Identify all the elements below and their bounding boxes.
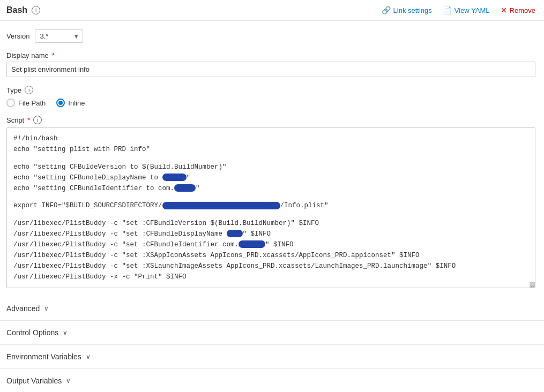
env-variables-chevron-icon: ∨ — [86, 353, 91, 360]
remove-icon: ✕ — [501, 6, 507, 14]
script-label: Script * i — [6, 116, 535, 124]
chevron-down-icon: ▾ — [74, 32, 78, 40]
script-section: Script * i #!/bin/bash echo "setting pli… — [6, 116, 535, 288]
top-bar-left: Bash i — [6, 5, 40, 15]
version-label: Version — [6, 32, 29, 40]
env-variables-header[interactable]: Environment Variables ∨ — [0, 345, 544, 368]
redacted-2 — [174, 184, 196, 192]
env-variables-section: Environment Variables ∨ — [0, 345, 544, 369]
output-variables-label: Output Variables — [6, 376, 62, 385]
output-variables-header[interactable]: Output Variables ∨ — [0, 369, 544, 393]
type-info-icon[interactable]: i — [25, 86, 33, 94]
code-blank-2 — [13, 194, 528, 201]
top-bar-actions: 🔗 Link settings 📄 View YAML ✕ Remove — [382, 6, 535, 14]
control-options-section: Control Options ∨ — [0, 321, 544, 345]
link-icon: 🔗 — [382, 6, 391, 14]
output-variables-section: Output Variables ∨ — [0, 369, 544, 393]
page-title: Bash — [6, 5, 27, 15]
radio-label-inline: Inline — [68, 99, 85, 107]
code-line-12: /usr/libexec/PlistBuddy -x -c "Print" $I… — [13, 272, 528, 282]
version-row: Version 3.* ▾ — [6, 29, 535, 43]
redacted-1 — [162, 174, 187, 181]
display-name-input[interactable] — [6, 62, 535, 77]
code-line-6: export INFO="$BUILD_SOURCESDIRECTORY//In… — [13, 200, 528, 211]
main-content: Version 3.* ▾ Display name * Type i File… — [0, 21, 544, 288]
code-line-8: /usr/libexec/PlistBuddy -c "set :CFBundl… — [13, 229, 528, 239]
version-value: 3.* — [40, 32, 48, 40]
top-bar: Bash i 🔗 Link settings 📄 View YAML ✕ Rem… — [0, 0, 544, 21]
version-dropdown[interactable]: 3.* ▾ — [35, 29, 83, 43]
radio-inline[interactable]: Inline — [56, 99, 85, 107]
remove-button[interactable]: ✕ Remove — [501, 6, 535, 14]
title-info-icon[interactable]: i — [32, 6, 40, 14]
type-radio-group: File Path Inline — [6, 99, 535, 107]
script-info-icon[interactable]: i — [33, 116, 42, 124]
view-yaml-button[interactable]: 📄 View YAML — [443, 6, 490, 14]
control-options-chevron-icon: ∨ — [63, 329, 68, 336]
yaml-icon: 📄 — [443, 6, 452, 14]
code-line-11: /usr/libexec/PlistBuddy -c "set :XSLaunc… — [13, 261, 528, 272]
advanced-label: Advanced — [6, 304, 40, 313]
code-line-9: /usr/libexec/PlistBuddy -c "set :CFBundl… — [13, 239, 528, 250]
control-options-label: Control Options — [6, 328, 58, 337]
required-indicator: * — [52, 51, 55, 59]
code-line-10: /usr/libexec/PlistBuddy -c "set :XSAppIc… — [13, 250, 528, 261]
resize-handle[interactable] — [530, 282, 535, 288]
type-label: Type i — [6, 86, 535, 94]
redacted-4 — [227, 230, 243, 237]
radio-file-path[interactable]: File Path — [6, 99, 46, 107]
type-section: Type i File Path Inline — [6, 86, 535, 107]
code-blank-1 — [13, 155, 528, 162]
advanced-section: Advanced ∨ — [0, 297, 544, 321]
display-name-label: Display name * — [6, 51, 535, 59]
script-required: * — [27, 116, 30, 124]
link-settings-button[interactable]: 🔗 Link settings — [382, 6, 432, 14]
advanced-chevron-icon: ∨ — [44, 305, 49, 312]
advanced-header[interactable]: Advanced ∨ — [0, 297, 544, 320]
redacted-5 — [239, 240, 265, 248]
script-editor[interactable]: #!/bin/bash echo "setting plist with PRD… — [6, 127, 535, 288]
redacted-3 — [162, 202, 280, 209]
code-line-7: /usr/libexec/PlistBuddy -c "set :CFBundl… — [13, 218, 528, 229]
code-line-1: #!/bin/bash — [13, 133, 528, 144]
display-name-field: Display name * — [6, 51, 535, 77]
code-blank-3 — [13, 211, 528, 218]
code-line-2: echo "setting plist with PRD info" — [13, 144, 528, 155]
code-line-4: echo "setting CFBundleDisplayName to " — [13, 172, 528, 183]
env-variables-label: Environment Variables — [6, 352, 81, 361]
control-options-header[interactable]: Control Options ∨ — [0, 321, 544, 344]
radio-circle-file-path — [6, 99, 15, 107]
code-line-3: echo "setting CFBuldeVersion to $(Build.… — [13, 162, 528, 172]
code-line-5: echo "setting CFBundleIdentifier to com.… — [13, 183, 528, 194]
radio-label-file-path: File Path — [18, 99, 46, 107]
radio-circle-inline — [56, 99, 65, 107]
output-variables-chevron-icon: ∨ — [66, 377, 71, 385]
